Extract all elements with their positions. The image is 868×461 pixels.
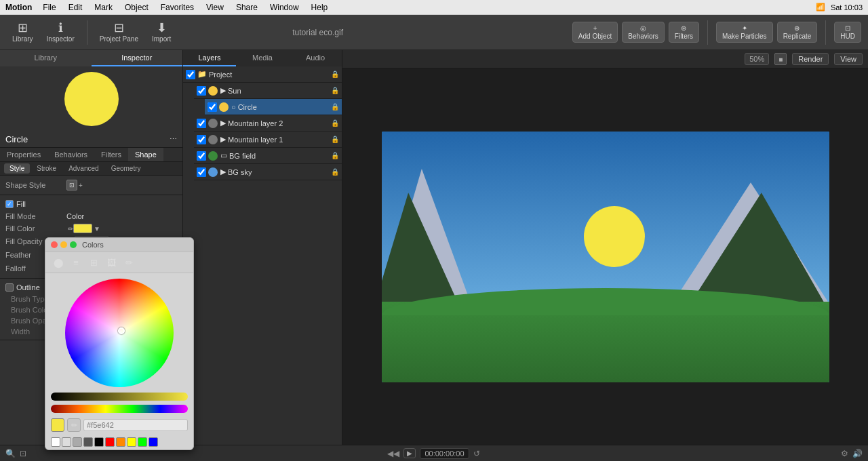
subtab-geometry[interactable]: Geometry	[106, 163, 146, 174]
timeline-settings-icon[interactable]: ⚙	[841, 449, 848, 458]
layer-bg-sky-lock[interactable]: 🔒	[331, 168, 339, 176]
outline-checkbox[interactable]: ✓	[5, 283, 14, 292]
timeline-zoom-icon[interactable]: 🔍	[5, 449, 16, 458]
maximize-button[interactable]	[70, 241, 77, 248]
menu-share[interactable]: Share	[235, 3, 259, 12]
add-object-button[interactable]: + Add Object	[572, 22, 618, 43]
shape-style-add-icon[interactable]: +	[79, 182, 83, 189]
swatch-green[interactable]	[138, 437, 147, 447]
scene-canvas[interactable]	[382, 132, 829, 382]
eyedropper-tool-btn[interactable]: ✏	[67, 418, 81, 432]
replicate-button[interactable]: ⊕ Replicate	[777, 22, 818, 43]
play-button[interactable]: ▶	[403, 448, 416, 458]
swatch-black[interactable]	[94, 437, 104, 447]
menu-help[interactable]: Help	[310, 3, 330, 12]
menu-mark[interactable]: Mark	[93, 3, 114, 12]
layer-bg-field-checkbox[interactable]	[197, 151, 206, 161]
subtab-stroke[interactable]: Stroke	[31, 163, 62, 174]
fill-checkbox[interactable]: ✓	[5, 200, 14, 208]
color-cursor[interactable]	[118, 327, 125, 334]
timeline-rewind-icon[interactable]: ◀◀	[387, 449, 399, 458]
swatch-orange[interactable]	[116, 437, 125, 447]
layer-bg-field[interactable]: ▭ BG field 🔒	[194, 148, 342, 164]
hud-button[interactable]: ⊡ HUD	[834, 22, 861, 43]
menu-view[interactable]: View	[205, 3, 225, 12]
layer-mountain2[interactable]: ▶ Mountain layer 2 🔒	[194, 115, 342, 132]
layer-circle-checkbox[interactable]	[208, 102, 217, 112]
layer-mountain1-expand-icon[interactable]: ▶	[220, 135, 226, 144]
inspector-options-icon[interactable]: ⋯	[170, 135, 177, 144]
menu-favorites[interactable]: Favorites	[159, 3, 195, 12]
layer-circle-lock[interactable]: 🔒	[331, 103, 339, 111]
layer-mountain1[interactable]: ▶ Mountain layer 1 🔒	[194, 132, 342, 148]
color-mode-image[interactable]: 🖼	[104, 255, 119, 270]
layer-mountain1-checkbox[interactable]	[197, 135, 206, 144]
layer-project[interactable]: 📁 Project 🔒	[183, 66, 342, 83]
color-mode-wheel[interactable]: ⬤	[51, 255, 66, 270]
layer-bg-sky-expand-icon[interactable]: ▶	[220, 167, 226, 176]
canvas-zoom-select[interactable]: 50%	[745, 53, 769, 65]
make-particles-button[interactable]: ✦ Make Particles	[716, 22, 773, 43]
layer-sun-lock[interactable]: 🔒	[331, 87, 339, 94]
swatch-darkgray[interactable]	[83, 437, 93, 447]
layer-circle[interactable]: ○ Circle 🔒	[205, 99, 342, 115]
tab-shape[interactable]: Shape	[128, 148, 163, 161]
project-pane-button[interactable]: ⊟ Project Pane	[94, 19, 144, 45]
subtab-advanced[interactable]: Advanced	[63, 163, 104, 174]
close-button[interactable]	[51, 241, 58, 248]
menu-file[interactable]: File	[41, 3, 57, 12]
menu-object[interactable]: Object	[123, 3, 150, 12]
tab-layers[interactable]: Layers	[183, 50, 236, 66]
app-name[interactable]: Motion	[5, 3, 32, 12]
menu-edit[interactable]: Edit	[67, 3, 84, 12]
minimize-button[interactable]	[60, 241, 67, 248]
swatch-gray[interactable]	[73, 437, 82, 447]
color-wheel[interactable]	[65, 279, 174, 387]
tab-behaviors[interactable]: Behaviors	[47, 148, 94, 161]
subtab-style[interactable]: Style	[4, 163, 30, 174]
color-mode-sliders[interactable]: ≡	[68, 255, 83, 270]
eyedropper-icon[interactable]: ✏	[68, 225, 73, 233]
inspector-tab[interactable]: Inspector	[92, 50, 183, 66]
timeline-add-icon[interactable]: ⊡	[20, 449, 26, 458]
library-button[interactable]: ⊞ Library	[7, 19, 39, 45]
filters-button[interactable]: ⊛ Filters	[669, 22, 699, 43]
layer-mountain2-checkbox[interactable]	[197, 119, 206, 128]
layer-project-checkbox[interactable]	[186, 70, 195, 79]
swatch-yellow[interactable]	[127, 437, 136, 447]
layer-sun-checkbox[interactable]	[197, 86, 206, 96]
timeline-audio-icon[interactable]: 🔊	[852, 449, 863, 458]
layer-bg-sky[interactable]: ▶ BG sky 🔒	[194, 164, 342, 180]
layer-bg-sky-checkbox[interactable]	[197, 167, 206, 177]
color-mode-palette[interactable]: ⊞	[86, 255, 101, 270]
library-tab[interactable]: Library	[0, 50, 92, 66]
brightness-slider[interactable]	[51, 393, 188, 401]
swatch-lightgray[interactable]	[62, 437, 71, 447]
layer-sun[interactable]: ▶ Sun 🔒	[194, 83, 342, 99]
swatch-red[interactable]	[105, 437, 115, 447]
tab-filters[interactable]: Filters	[94, 148, 128, 161]
layer-mountain2-expand-icon[interactable]: ▶	[220, 119, 226, 127]
hue-slider[interactable]	[51, 405, 188, 413]
tab-properties[interactable]: Properties	[0, 148, 47, 161]
color-wheel-container[interactable]	[45, 273, 193, 393]
tab-audio[interactable]: Audio	[289, 50, 342, 66]
fill-color-swatch[interactable]	[73, 224, 92, 233]
behaviors-button[interactable]: ◎ Behaviors	[622, 22, 664, 43]
layer-project-lock[interactable]: 🔒	[331, 71, 339, 78]
layer-bg-field-lock[interactable]: 🔒	[331, 152, 339, 159]
canvas-color-btn[interactable]: ■	[774, 53, 787, 65]
tab-media[interactable]: Media	[236, 50, 289, 66]
swatch-blue[interactable]	[149, 437, 158, 447]
import-button[interactable]: ⬇ Import	[146, 19, 176, 45]
hex-color-input[interactable]	[83, 419, 188, 431]
layer-sun-expand-icon[interactable]: ▶	[220, 86, 226, 95]
color-mode-pencil[interactable]: ✏	[121, 255, 136, 270]
fill-mode-value[interactable]: Color	[66, 212, 177, 220]
canvas-view-btn[interactable]: View	[834, 53, 863, 65]
layer-mountain1-lock[interactable]: 🔒	[331, 136, 339, 143]
fill-color-menu-icon[interactable]: ▼	[94, 225, 100, 233]
shape-style-icon[interactable]: ⊡	[66, 180, 77, 191]
layer-mountain2-lock[interactable]: 🔒	[331, 119, 339, 127]
menu-window[interactable]: Window	[269, 3, 300, 12]
